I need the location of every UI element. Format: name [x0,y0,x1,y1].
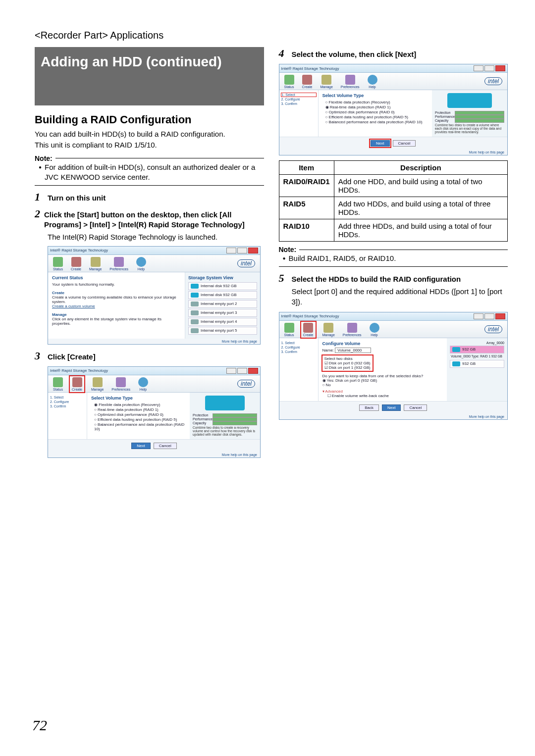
wizard-step-confirm[interactable]: 3. Confirm [50,404,85,408]
volume-name-input[interactable]: Volume_0000 [335,348,371,353]
select-disks-label: Select two disks [324,356,371,361]
advanced-toggle[interactable]: ▾ Advanced [322,389,443,394]
disk-checkbox-1[interactable]: ☑ Disk on port 1 (932 GB) [324,365,371,370]
keep-yes-radio[interactable]: ◉ Yes: Disk on port 0 (932 GB) [322,378,443,383]
step-number: 1 [35,191,44,203]
radio-raid0[interactable]: ○ Optimized disk performance (RAID 0) [325,110,428,114]
bar-performance-label: Performance [193,417,213,420]
port-icon [191,328,199,333]
close-icon[interactable] [495,65,505,71]
wizard-step-select[interactable]: 1. Select [281,341,316,345]
tool-preferences[interactable]: Preferences [109,257,128,271]
radio-raid0[interactable]: ○ Optimized disk performance (RAID 0) [94,412,186,417]
writeback-checkbox[interactable]: ☐ Enable volume write-back cache [327,394,443,398]
back-button[interactable]: Back [359,404,379,411]
tool-create[interactable]: Create [71,257,81,271]
tool-help[interactable]: Help [370,323,379,337]
tool-status[interactable]: Status [53,377,63,391]
close-icon[interactable] [495,313,505,319]
disk-item[interactable]: Internal empty port 2 [188,300,257,308]
tool-create[interactable]: Create [71,377,83,391]
maximize-icon[interactable] [237,368,247,374]
divider [279,266,508,267]
disk-item[interactable]: Internal empty port 5 [188,327,257,335]
tool-preferences[interactable]: Preferences [343,323,362,337]
tool-status[interactable]: Status [53,257,63,271]
tool-status[interactable]: Status [284,75,294,89]
disk-icon [452,347,460,352]
tool-help[interactable]: Help [138,377,148,391]
disk-item[interactable]: Internal empty port 3 [188,309,257,317]
raid-table: Item Description RAID0/RAID1 Add one HDD… [279,160,508,242]
status-icon [284,323,294,333]
cancel-button[interactable]: Cancel [154,443,177,449]
tool-preferences[interactable]: Preferences [111,377,130,391]
left-column: Adding an HDD (continued) Building a RAI… [35,47,264,463]
radio-raid10[interactable]: ○ Balanced performance and data protecti… [325,120,428,124]
keep-no-radio[interactable]: ○ No [322,383,443,387]
tool-manage[interactable]: Manage [89,257,102,271]
screenshot-create-window: Intel® Rapid Storage Technology Status C… [48,366,261,458]
minimize-icon[interactable] [474,313,483,319]
right-column: 4 Select the volume, then click [Next] I… [279,47,508,463]
minimize-icon[interactable] [226,368,236,374]
wizard-step-configure[interactable]: 2. Configure [50,400,85,403]
next-button[interactable]: Next [131,443,150,449]
help-link[interactable]: More help on this page [48,339,260,344]
bar-protection [455,111,504,115]
tool-create[interactable]: Create [302,75,313,89]
tool-manage[interactable]: Manage [322,323,335,337]
create-icon [303,323,313,333]
help-link[interactable]: More help on this page [48,452,260,457]
create-icon [302,75,312,85]
disk-item[interactable]: Internal empty port 4 [188,318,257,326]
radio-recovery[interactable]: ◉ Flexible data protection (Recovery) [94,403,186,407]
radio-raid5[interactable]: ○ Efficient data hosting and protection … [94,417,186,422]
step-number: 3 [35,350,44,362]
tool-manage[interactable]: Manage [91,377,104,391]
disk-item[interactable]: Internal disk 932 GB [188,282,257,290]
tool-manage[interactable]: Manage [321,75,333,89]
tool-help[interactable]: Help [136,257,146,271]
step-3: 3 Click [Create] [35,350,264,362]
help-link[interactable]: More help on this page [279,414,508,419]
disk-item[interactable]: Internal disk 932 GB [188,291,257,299]
create-link[interactable]: Create a custom volume [52,304,181,308]
maximize-icon[interactable] [237,248,247,253]
radio-raid10[interactable]: ○ Balanced performance and data protecti… [94,422,186,431]
intro-line-1: You can add built-in HDD(s) to build a R… [35,129,264,139]
tool-help[interactable]: Help [368,75,377,89]
radio-raid1[interactable]: ○ Real-time data protection (RAID 1) [94,407,186,412]
disk-checkbox-0[interactable]: ☑ Disk on port 0 (932 GB) [324,361,371,365]
intel-logo: intel [237,259,255,267]
tool-preferences[interactable]: Preferences [341,75,360,89]
wizard-step-confirm[interactable]: 3. Confirm [281,350,316,353]
help-link[interactable]: More help on this page [279,150,508,155]
wizard-step-configure[interactable]: 2. Configure [281,346,316,349]
wizard-step-select[interactable]: 1. Select [50,396,85,399]
radio-recovery[interactable]: ○ Flexible data protection (Recovery) [325,100,428,104]
radio-raid5[interactable]: ○ Efficient data hosting and protection … [325,115,428,119]
volume-desc: Combine two disks to create a recovery v… [193,426,257,436]
bar-performance [455,115,504,119]
radio-raid1[interactable]: ◉ Real-time data protection (RAID 1) [325,105,428,109]
next-button[interactable]: Next [382,404,401,411]
wizard-step-confirm[interactable]: 3. Confirm [281,102,316,105]
cancel-button[interactable]: Cancel [404,404,427,411]
wizard-step-select[interactable]: 1. Select [281,93,316,97]
cancel-button[interactable]: Cancel [393,140,416,147]
status-icon [284,75,294,85]
close-icon[interactable] [248,248,258,253]
close-icon[interactable] [248,368,258,374]
tool-status[interactable]: Status [284,323,294,337]
maximize-icon[interactable] [484,65,494,71]
screenshot-select-volume: Intel® Rapid Storage Technology Status C… [279,64,508,155]
maximize-icon[interactable] [484,313,494,319]
minimize-icon[interactable] [474,65,483,71]
wizard-step-configure[interactable]: 2. Configure [281,98,316,101]
next-button[interactable]: Next [371,140,389,147]
create-line: Create a volume by combining available d… [52,295,181,304]
minimize-icon[interactable] [226,248,236,253]
step-2-body: The Intel(R) Rapid Storage Technology is… [48,232,264,242]
tool-create[interactable]: Create [302,323,315,337]
